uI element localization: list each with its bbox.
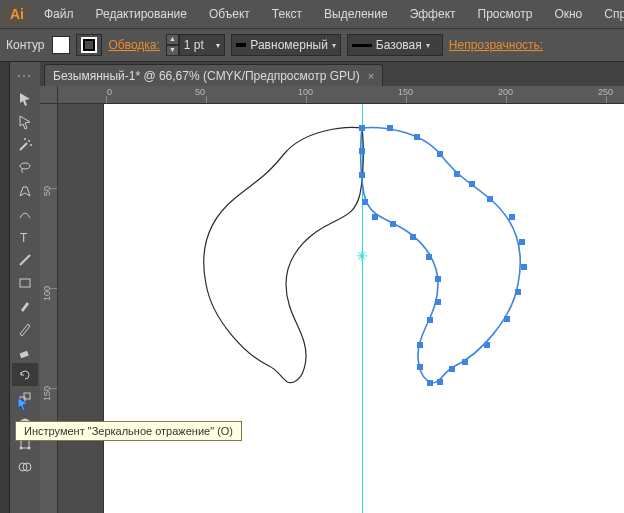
svg-rect-22 <box>414 134 420 140</box>
tool-panel: T <box>10 62 40 513</box>
svg-rect-24 <box>454 171 460 177</box>
anchor-points[interactable] <box>359 125 527 386</box>
menu-help[interactable]: Справка <box>594 3 624 25</box>
svg-rect-0 <box>18 75 20 77</box>
shape-builder-tool[interactable] <box>12 455 38 478</box>
svg-text:T: T <box>20 231 28 245</box>
svg-rect-9 <box>20 279 30 287</box>
tab-bar: Безымянный-1* @ 66,67% (CMYK/Предпросмот… <box>40 62 624 86</box>
stroke-weight-down[interactable]: ▼ <box>166 45 179 56</box>
svg-rect-34 <box>449 366 455 372</box>
svg-rect-48 <box>359 148 365 154</box>
document-area: Безымянный-1* @ 66,67% (CMYK/Предпросмот… <box>40 62 624 513</box>
menu-view[interactable]: Просмотр <box>468 3 543 25</box>
tool-grip[interactable] <box>12 64 38 87</box>
svg-rect-44 <box>390 221 396 227</box>
selection-tool[interactable] <box>12 87 38 110</box>
eraser-tool[interactable] <box>12 340 38 363</box>
stroke-weight-stepper[interactable]: ▲ ▼ 1 pt▾ <box>166 34 225 56</box>
svg-rect-25 <box>469 181 475 187</box>
svg-line-8 <box>20 255 30 265</box>
svg-point-17 <box>28 446 31 449</box>
menu-select[interactable]: Выделение <box>314 3 398 25</box>
close-icon[interactable]: × <box>368 70 374 82</box>
svg-rect-32 <box>484 342 490 348</box>
stroke-weight-up[interactable]: ▲ <box>166 34 179 45</box>
canvas[interactable]: 0 50 100 150 200 250 50 100 150 ✳ <box>40 86 624 513</box>
document-tab[interactable]: Безымянный-1* @ 66,67% (CMYK/Предпросмот… <box>44 64 383 86</box>
pencil-tool[interactable] <box>12 317 38 340</box>
profile-preview-icon <box>352 44 372 47</box>
svg-rect-39 <box>427 317 433 323</box>
direct-selection-tool[interactable] <box>12 110 38 133</box>
svg-rect-46 <box>362 199 368 205</box>
svg-rect-21 <box>387 125 393 131</box>
control-label: Контур <box>6 38 44 52</box>
svg-rect-20 <box>359 125 365 131</box>
app-logo: Ai <box>6 3 28 25</box>
svg-rect-37 <box>417 364 423 370</box>
svg-rect-29 <box>521 264 527 270</box>
opacity-label[interactable]: Непрозрачность: <box>449 38 543 52</box>
pen-tool[interactable] <box>12 179 38 202</box>
svg-rect-10 <box>20 350 29 357</box>
menu-bar: Ai Файл Редактирование Объект Текст Выде… <box>0 0 624 28</box>
svg-rect-26 <box>487 196 493 202</box>
brush-preset-dropdown[interactable]: Равномерный ▾ <box>231 34 341 56</box>
svg-rect-41 <box>435 276 441 282</box>
svg-rect-42 <box>426 254 432 260</box>
svg-point-5 <box>30 144 32 146</box>
ruler-origin[interactable] <box>40 86 58 104</box>
svg-point-6 <box>20 163 30 169</box>
svg-rect-33 <box>462 359 468 365</box>
svg-point-3 <box>28 140 30 142</box>
svg-rect-23 <box>437 151 443 157</box>
magic-wand-tool[interactable] <box>12 133 38 156</box>
brush-preset-label: Равномерный <box>250 38 328 52</box>
svg-rect-35 <box>437 379 443 385</box>
svg-rect-31 <box>504 316 510 322</box>
ruler-vertical[interactable]: 50 100 150 <box>40 104 58 513</box>
curvature-tool[interactable] <box>12 202 38 225</box>
svg-rect-40 <box>435 299 441 305</box>
svg-rect-47 <box>359 172 365 178</box>
stroke-label[interactable]: Обводка: <box>108 38 159 52</box>
svg-point-16 <box>20 446 23 449</box>
document-tab-title: Безымянный-1* @ 66,67% (CMYK/Предпросмот… <box>53 69 360 83</box>
paintbrush-tool[interactable] <box>12 294 38 317</box>
menu-object[interactable]: Объект <box>199 3 260 25</box>
lasso-tool[interactable] <box>12 156 38 179</box>
profile-preset-label: Базовая <box>376 38 422 52</box>
svg-rect-2 <box>28 75 30 77</box>
left-path[interactable] <box>204 128 364 383</box>
workspace: T Безымянный-1* @ 66,67% (CMYK/Предпросм… <box>0 62 624 513</box>
svg-rect-28 <box>519 239 525 245</box>
artboard[interactable]: ✳ <box>104 104 624 513</box>
rotate-tool[interactable] <box>12 363 38 386</box>
svg-rect-45 <box>372 214 378 220</box>
right-path-selected[interactable] <box>361 128 521 383</box>
type-tool[interactable]: T <box>12 225 38 248</box>
svg-rect-30 <box>515 289 521 295</box>
menu-file[interactable]: Файл <box>34 3 84 25</box>
svg-point-4 <box>24 138 26 140</box>
chevron-down-icon: ▾ <box>426 41 430 50</box>
artwork-svg <box>104 104 624 513</box>
fill-swatch[interactable] <box>52 36 70 54</box>
ruler-horizontal[interactable]: 0 50 100 150 200 250 <box>58 86 624 104</box>
svg-rect-27 <box>509 214 515 220</box>
menu-edit[interactable]: Редактирование <box>86 3 197 25</box>
tool-tooltip: Инструмент "Зеркальное отражение" (O) <box>15 421 242 441</box>
chevron-down-icon: ▾ <box>332 41 336 50</box>
profile-preset-dropdown[interactable]: Базовая ▾ <box>347 34 443 56</box>
line-segment-tool[interactable] <box>12 248 38 271</box>
stroke-weight-field[interactable]: 1 pt▾ <box>179 34 225 56</box>
svg-rect-38 <box>417 342 423 348</box>
menu-type[interactable]: Текст <box>262 3 312 25</box>
rectangle-tool[interactable] <box>12 271 38 294</box>
menu-effect[interactable]: Эффект <box>400 3 466 25</box>
svg-rect-36 <box>427 380 433 386</box>
panel-strip[interactable] <box>0 62 10 513</box>
stroke-swatch[interactable] <box>76 34 102 56</box>
menu-window[interactable]: Окно <box>544 3 592 25</box>
